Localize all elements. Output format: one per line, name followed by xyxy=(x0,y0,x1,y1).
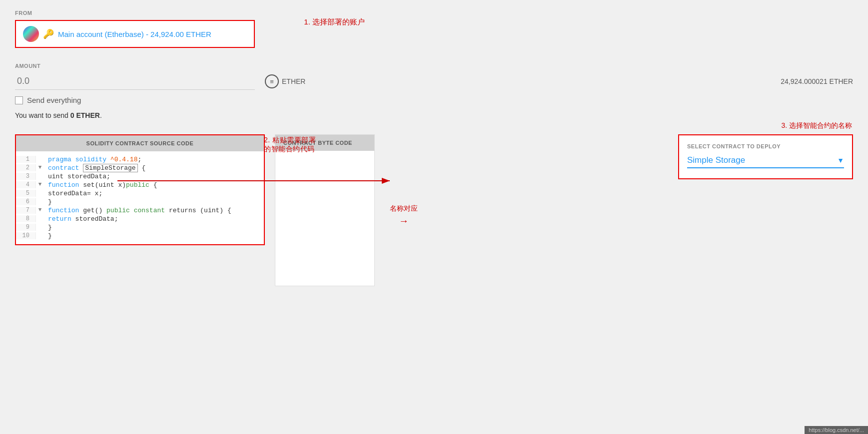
code-line-3: 3 uint storedData; xyxy=(16,172,264,181)
solidity-annotation: 2. 粘贴需要部署的智能合约代码 xyxy=(264,135,354,153)
code-line-2: 2 ▼ contract SimpleStorage { xyxy=(16,164,264,172)
currency-icon: ≡ xyxy=(265,74,279,88)
code-line-6: 6 } xyxy=(16,198,264,206)
solidity-header-text: SOLIDITY CONTRACT SOURCE CODE xyxy=(86,140,194,146)
send-everything-label: Send everything xyxy=(27,96,81,104)
code-line-8: 8 return storedData; xyxy=(16,215,264,223)
url-bar: https://blog.csdn.net/... xyxy=(805,426,868,434)
code-line-7: 7 ▼ function get() public constant retur… xyxy=(16,206,264,215)
bytecode-body[interactable] xyxy=(275,151,374,286)
key-icon: 🔑 xyxy=(43,28,54,39)
code-line-10: 10 } xyxy=(16,232,264,240)
send-summary-prefix: You want to send xyxy=(15,111,70,119)
send-summary-suffix: . xyxy=(100,111,102,119)
code-area[interactable]: 1 pragma solidity ^0.4.18; 2 ▼ contract … xyxy=(16,151,264,244)
select-contract-panel: 3. 选择智能合约的名称 SELECT CONTRACT TO DEPLOY S… xyxy=(678,134,853,179)
from-annotation: 1. 选择部署的账户 xyxy=(304,17,365,27)
amount-label: AMOUNT xyxy=(15,63,853,69)
right-arrow-icon: → xyxy=(399,215,409,227)
name-correspondence-label: 名称对应 xyxy=(390,204,418,213)
select-contract-row[interactable]: Simple Storage ▼ xyxy=(687,155,844,168)
from-label: FROM xyxy=(15,10,853,16)
from-account: 🔑 Main account (Etherbase) - 24,924.00 E… xyxy=(23,26,211,42)
code-line-4: 4 ▼ function set(uint x)public { xyxy=(16,181,264,189)
amount-section: AMOUNT ≡ ETHER 24,924.000021 ETHER Send … xyxy=(15,63,853,119)
balance-display: 24,924.000021 ETHER xyxy=(781,77,853,85)
bytecode-panel: CONTRACT BYTE CODE xyxy=(275,134,375,286)
code-line-1: 1 pragma solidity ^0.4.18; xyxy=(16,155,264,164)
send-summary-bold: 0 ETHER xyxy=(70,111,100,119)
dropdown-arrow-icon: ▼ xyxy=(837,156,844,164)
select-annotation: 3. 选择智能合约的名称 xyxy=(781,121,852,130)
solidity-panel: SOLIDITY CONTRACT SOURCE CODE 2. 粘贴需要部署的… xyxy=(15,134,265,245)
send-everything-row: Send everything xyxy=(15,96,853,104)
code-line-5: 5 storedData= x; xyxy=(16,189,264,198)
bottom-area: SOLIDITY CONTRACT SOURCE CODE 2. 粘贴需要部署的… xyxy=(15,134,853,286)
send-summary: You want to send 0 ETHER. xyxy=(15,111,853,119)
send-everything-checkbox[interactable] xyxy=(15,96,23,104)
select-panel-label: SELECT CONTRACT TO DEPLOY xyxy=(687,143,844,149)
solidity-header: SOLIDITY CONTRACT SOURCE CODE 2. 粘贴需要部署的… xyxy=(16,135,264,151)
amount-input[interactable] xyxy=(15,73,255,90)
code-line-9: 9 } xyxy=(16,223,264,232)
currency-selector[interactable]: ≡ ETHER xyxy=(265,74,305,88)
account-text: Main account (Etherbase) - 24,924.00 ETH… xyxy=(58,30,211,38)
account-avatar xyxy=(23,26,39,42)
amount-row: ≡ ETHER 24,924.000021 ETHER xyxy=(15,73,853,90)
currency-label: ETHER xyxy=(282,77,305,85)
amount-input-wrapper xyxy=(15,73,255,90)
from-box[interactable]: 🔑 Main account (Etherbase) - 24,924.00 E… xyxy=(15,20,255,48)
from-section: FROM 🔑 Main account (Etherbase) - 24,924… xyxy=(15,10,853,48)
bottom-row: SOLIDITY CONTRACT SOURCE CODE 2. 粘贴需要部署的… xyxy=(15,134,853,286)
selected-contract-name: Simple Storage xyxy=(687,155,837,165)
